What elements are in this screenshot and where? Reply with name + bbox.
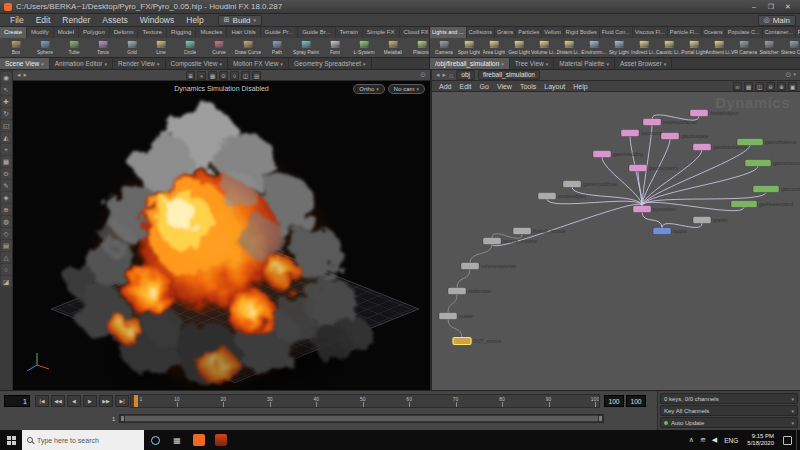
menu-file[interactable]: File [4,15,30,25]
shelf-tab-guide-br[interactable]: Guide Br... [298,27,335,38]
shelf-tab-modify[interactable]: Modify [27,27,54,38]
pane-tab-asset-browser[interactable]: Asset Browser▾ [615,58,672,69]
shelf-tab-populate-c[interactable]: Populate C... [726,27,763,38]
shelf-tool-grid[interactable]: Grid [118,40,146,55]
shelf-tool-circle[interactable]: Circle [176,40,204,55]
primitive-icon[interactable]: ◇ [1,228,12,239]
graph-node-smokeobject[interactable] [538,193,556,200]
close-button[interactable]: ✕ [780,1,796,13]
network-icon[interactable]: ≋ [697,436,709,444]
play-reverse-button[interactable]: ◀◀ [51,395,65,407]
import-icon[interactable]: ⊞ [186,71,195,80]
graph-node-output[interactable] [653,228,671,235]
shelf-tool-area-light[interactable]: Area Light [482,40,506,55]
shelf-tab-rigging[interactable]: Rigging [167,27,196,38]
shelf-tool-l-system[interactable]: L-System [350,40,378,55]
shaded-icon[interactable]: ○ [1,264,12,275]
key-mode-dropdown[interactable]: Key All Channels ▾ [660,405,798,416]
shelf-tab-fluid-con[interactable]: Fluid Con... [600,27,633,38]
snap-toggle-icon[interactable]: ⌖ [197,71,206,80]
shelf-tool-spray-paint[interactable]: Spray Paint [292,40,320,55]
pane-tab-obj-fireball-simulation[interactable]: /obj/fireball_simulation▾ [430,58,510,69]
menu-help[interactable]: Help [180,15,209,25]
breadcrumb-current[interactable]: fireball_simulation [478,70,540,80]
shelf-tab-simple-fx[interactable]: Simple FX [363,27,400,38]
shelf-tab-muscles[interactable]: Muscles [196,27,227,38]
cortana-button[interactable] [144,430,166,450]
shelf-tool-sphere[interactable]: Sphere [31,40,59,55]
graph-node-scatter[interactable] [439,313,457,320]
layout-icon[interactable]: ▤ [1,240,12,251]
network-menu-layout[interactable]: Layout [540,83,569,90]
draw-icon[interactable]: ✎ [1,180,12,191]
keys-info-dropdown[interactable]: 0 keys, 0/0 channels ▾ [660,393,798,404]
forward-icon[interactable]: ▸ [443,71,447,79]
menu-render[interactable]: Render [56,15,96,25]
pose-tool-icon[interactable]: ◭ [1,132,12,143]
frame-all-icon[interactable]: ▣ [788,82,797,91]
range-end-field[interactable]: 100 [604,395,624,407]
shelf-tab-container[interactable]: Container... [763,27,796,38]
graph-node-gravity[interactable] [693,217,711,224]
shelf-tab-particle-fl[interactable]: Particle Fl... [668,27,702,38]
range-handle-end[interactable] [598,415,603,422]
network-menu-view[interactable]: View [493,83,516,90]
graph-node-gasvortexconfinement[interactable] [745,160,771,167]
shelf-tool-distant-li[interactable]: Distant Li... [557,40,581,55]
shelf-tool-environm[interactable]: Environm... [582,40,606,55]
network-menu-help[interactable]: Help [569,83,591,90]
shelf-tool-platonic[interactable]: Platonic [408,40,429,55]
graph-node-pyrosolver[interactable] [633,206,651,213]
snap-icon[interactable]: ▦ [1,156,12,167]
graph-node-gasdisturbance[interactable] [693,144,711,151]
back-icon[interactable]: ◂ [17,71,21,79]
jump-start-button[interactable]: |◀ [35,395,49,407]
pane-tab-scene-view[interactable]: Scene View▾ [0,58,50,69]
tray-chevron-icon[interactable]: ∧ [686,436,697,444]
scale-tool-icon[interactable]: ◱ [1,120,12,131]
point-snap-icon[interactable]: ⊙ [219,71,228,80]
network-menu-add[interactable]: Add [435,83,455,90]
pane-tab-tree-view[interactable]: Tree View▾ [510,58,554,69]
shelf-tool-caustic-li[interactable]: Caustic Li... [657,40,681,55]
shelf-tab-vellum[interactable]: Vellum [542,27,564,38]
graph-node-gasheatexpand[interactable] [731,201,757,208]
grid-snap-icon[interactable]: ▦ [208,71,217,80]
task-view-button[interactable]: ▦ [166,430,188,450]
maximize-button[interactable]: ❐ [763,1,779,13]
ortho-button[interactable]: Ortho ▾ [353,84,385,94]
scene-viewport[interactable]: Dynamics Simulation Disabled Ortho ▾ No … [13,81,430,390]
shelf-tool-box[interactable]: Box [2,40,30,55]
shelf-tab-guide-pr[interactable]: Guide Pr... [261,27,298,38]
minimap-icon[interactable]: ◫ [755,82,764,91]
home-icon[interactable]: ⌂ [449,72,453,79]
graph-node-fireballobject[interactable] [690,110,708,117]
display-points-icon[interactable]: ⊙ [1,168,12,179]
radial-menu-selector[interactable]: ◎ Main [758,15,796,26]
range-end-field-2[interactable]: 100 [626,395,646,407]
graph-node-source_volume[interactable] [483,238,501,245]
visibility-icon[interactable]: ◪ [1,276,12,287]
taskbar-search-input[interactable]: Type here to search [22,430,144,450]
network-editor-canvas[interactable]: Dynamics fireballobjectresizecontainerso… [432,92,800,390]
shelf-tab-create[interactable]: Create [0,27,27,38]
shelf-tab-polygon[interactable]: Polygon [79,27,110,38]
pane-tab-composite-view[interactable]: Composite View▾ [166,58,228,69]
range-bar[interactable] [122,416,601,421]
breadcrumb-root[interactable]: obj [456,70,475,80]
shelf-tab-particles[interactable]: Particles [516,27,542,38]
minimize-button[interactable]: – [746,1,762,13]
menu-windows[interactable]: Windows [134,15,180,25]
shelf-tab-texture[interactable]: Texture [138,27,167,38]
shelf-tool-spot-light[interactable]: Spot Light [457,40,481,55]
playhead-marker[interactable] [134,395,138,407]
construction-plane-icon[interactable]: ◊ [230,71,239,80]
pane-tab-motion-fx-view[interactable]: Motion FX View▾ [228,58,289,69]
volume-icon[interactable]: ◀ [709,436,720,444]
wireframe-icon[interactable]: △ [1,252,12,263]
update-mode-dropdown[interactable]: Auto Update ▾ [660,417,798,428]
shelf-tool-font[interactable]: Font [321,40,349,55]
pane-tab-geometry-spreadsheet[interactable]: Geometry Spreadsheet▾ [289,58,372,69]
translate-tool-icon[interactable]: ✚ [1,96,12,107]
houdini-taskbar-button[interactable] [188,430,210,450]
